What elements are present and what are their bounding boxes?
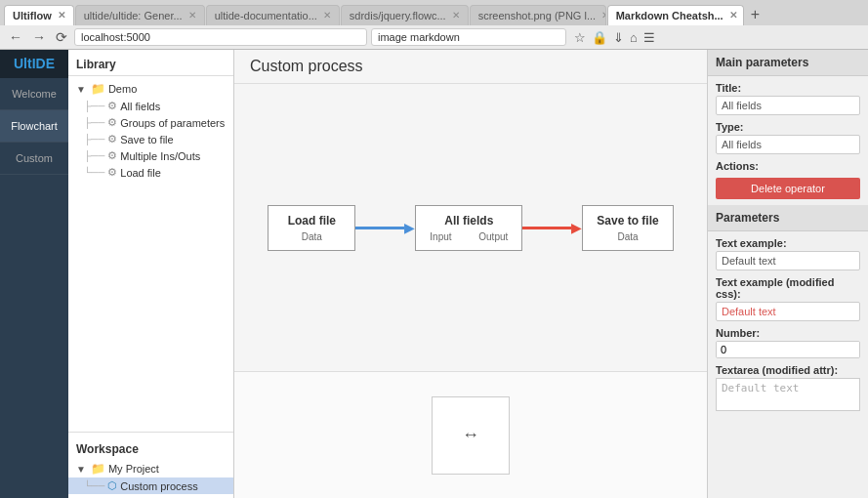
gear-icon: ⚙ xyxy=(107,116,117,129)
title-input[interactable]: All fields xyxy=(716,96,860,115)
gear-icon: ⚙ xyxy=(107,149,117,162)
tree-item-groups[interactable]: ├── ⚙ Groups of parameters xyxy=(68,114,233,131)
sidebar-item-custom[interactable]: Custom xyxy=(0,143,68,175)
node-ports: Input Output xyxy=(430,231,508,242)
type-label: Type: xyxy=(716,121,860,133)
tree-item-demo[interactable]: ▼ 📁 Demo xyxy=(68,80,233,98)
flowchart-area: Load file Data ▶ All fields Input Output xyxy=(234,84,707,371)
gear-icon: ⚙ xyxy=(107,133,117,145)
flow-nodes: Load file Data ▶ All fields Input Output xyxy=(268,205,673,251)
canvas-body: Load file Data ▶ All fields Input Output xyxy=(234,84,707,498)
arrow-red: ▶ xyxy=(522,220,582,235)
gear-icon: ⚙ xyxy=(107,100,117,112)
tree-item-my-project[interactable]: ▼ 📁 My Project xyxy=(68,460,233,477)
right-panel: Main parameters Title: All fields Type: … xyxy=(707,50,868,498)
type-input[interactable]: All fields xyxy=(716,135,860,154)
gear-icon: ⚙ xyxy=(107,166,117,179)
tab-label: Ultiflow xyxy=(13,10,52,21)
resize-icon: ↔ xyxy=(462,425,479,445)
number-field[interactable] xyxy=(717,342,859,357)
tab-ultide[interactable]: ultide/ultide: Gener... ✕ xyxy=(75,5,205,25)
tab-bar: Ultiflow ✕ ultide/ultide: Gener... ✕ ult… xyxy=(0,0,868,25)
delete-operator-button[interactable]: Delete operator xyxy=(716,178,860,199)
folder-icon: 📁 xyxy=(91,462,105,476)
star-icon[interactable]: ☆ xyxy=(574,30,586,45)
sidebar-item-flowchart[interactable]: Flowchart xyxy=(0,110,68,143)
port-out-label: Output xyxy=(478,231,508,242)
arrow-blue: ▶ xyxy=(355,220,415,235)
library-title: Library xyxy=(68,50,233,76)
actions-label: Actions: xyxy=(716,160,860,172)
shield-icon: 🔒 xyxy=(592,30,607,45)
download-icon[interactable]: ⇓ xyxy=(613,30,624,45)
text-example-css-input[interactable]: Default text xyxy=(716,302,860,321)
tab-documentation[interactable]: ultide-documentatio... ✕ xyxy=(206,5,340,25)
connector-icon: ├── xyxy=(84,134,104,145)
add-tab-button[interactable]: + xyxy=(745,4,765,25)
tab-label: screenshot.png (PNG l... xyxy=(478,10,596,21)
tab-jquery[interactable]: sdrdis/jquery.flowc... ✕ xyxy=(341,5,469,25)
tab-label: ultide/ultide: Gener... xyxy=(84,10,183,21)
back-button[interactable]: ← xyxy=(6,29,25,45)
connector-icon: ├── xyxy=(84,150,104,161)
process-icon: ⬡ xyxy=(107,479,117,492)
app-sidebar: UltIDE Welcome Flowchart Custom xyxy=(0,50,68,498)
tab-markdown[interactable]: Markdown Cheatsh... ✕ xyxy=(607,5,744,25)
tab-screenshot[interactable]: screenshot.png (PNG l... ✕ xyxy=(470,5,606,25)
arrow-head-right: ▶ xyxy=(404,220,415,235)
library-content: ▼ 📁 Demo ├── ⚙ All fields ├── ⚙ Groups o… xyxy=(68,76,233,432)
search-input[interactable] xyxy=(371,28,566,46)
main-params-content: Title: All fields Type: All fields Actio… xyxy=(708,76,868,205)
arrow-head-right: ▶ xyxy=(571,220,582,235)
expand-icon: ▼ xyxy=(76,464,86,475)
close-icon[interactable]: ✕ xyxy=(729,10,737,21)
node-title: Save to file xyxy=(597,214,658,228)
menu-icon[interactable]: ☰ xyxy=(643,30,655,45)
tab-label: ultide-documentatio... xyxy=(215,10,317,21)
refresh-button[interactable]: ⟳ xyxy=(53,29,70,45)
forward-button[interactable]: → xyxy=(29,29,49,45)
close-icon[interactable]: ✕ xyxy=(452,10,460,21)
browser-chrome: Ultiflow ✕ ultide/ultide: Gener... ✕ ult… xyxy=(0,0,868,50)
flow-node-save-to-file[interactable]: Save to file Data xyxy=(582,205,673,251)
node-title: All fields xyxy=(430,214,508,228)
number-label: Number: xyxy=(716,327,860,339)
library-panel: Library ▼ 📁 Demo ├── ⚙ All fields ├── ⚙ … xyxy=(68,50,234,498)
flow-node-load-file[interactable]: Load file Data xyxy=(268,205,355,251)
text-example-input[interactable]: Default text xyxy=(716,251,860,270)
tree-item-save-to-file[interactable]: ├── ⚙ Save to file xyxy=(68,131,233,147)
close-icon[interactable]: ✕ xyxy=(188,10,196,21)
flow-node-all-fields[interactable]: All fields Input Output xyxy=(415,205,522,251)
tree-item-all-fields[interactable]: ├── ⚙ All fields xyxy=(68,98,233,114)
connector-icon: ├── xyxy=(84,117,104,128)
number-input[interactable] xyxy=(716,341,860,358)
connector-icon: └── xyxy=(84,480,104,491)
address-input[interactable] xyxy=(74,28,367,46)
textarea-label: Textarea (modified attr): xyxy=(716,364,860,376)
expand-icon: ▼ xyxy=(76,84,86,95)
arrow-line xyxy=(355,227,404,229)
close-icon[interactable]: ✕ xyxy=(58,10,65,21)
title-label: Title: xyxy=(716,82,860,94)
address-bar: ← → ⟳ ☆ 🔒 ⇓ ⌂ ☰ xyxy=(0,25,868,49)
bottom-area: ↔ xyxy=(234,371,707,498)
textarea-input[interactable]: Default text xyxy=(716,378,860,411)
close-icon[interactable]: ✕ xyxy=(601,10,606,21)
tree-item-load-file[interactable]: └── ⚙ Load file xyxy=(68,164,233,181)
tab-ultiflow[interactable]: Ultiflow ✕ xyxy=(4,5,74,25)
connector-icon: ├── xyxy=(84,101,104,111)
bottom-box: ↔ xyxy=(432,396,510,475)
close-icon[interactable]: ✕ xyxy=(323,10,331,21)
home-icon[interactable]: ⌂ xyxy=(630,30,638,45)
sidebar-item-welcome[interactable]: Welcome xyxy=(0,78,68,110)
node-port-label: Data xyxy=(282,231,341,242)
tree-item-custom-process[interactable]: └── ⬡ Custom process xyxy=(68,477,233,494)
params-content: Text example: Default text Text example … xyxy=(708,231,868,420)
connector-icon: └── xyxy=(84,167,104,178)
workspace-title: Workspace xyxy=(68,436,233,460)
main-params-section: Main parameters xyxy=(708,50,868,76)
tree-item-multiple-ins[interactable]: ├── ⚙ Multiple Ins/Outs xyxy=(68,147,233,164)
toolbar-icons: ☆ 🔒 ⇓ ⌂ ☰ xyxy=(574,30,655,45)
canvas-title: Custom process xyxy=(250,58,363,74)
port-in-label: Input xyxy=(430,231,451,242)
